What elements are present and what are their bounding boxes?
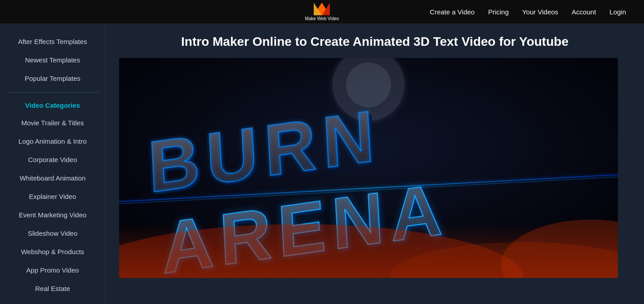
sidebar-item-explainer[interactable]: Explainer Video [0,187,105,206]
sidebar-category-title: Video Categories [0,97,105,114]
sidebar-item-event-marketing[interactable]: Event Marketing Video [0,206,105,224]
svg-point-26 [478,152,480,153]
svg-point-22 [209,147,209,148]
sidebar-item-whiteboard[interactable]: Whiteboard Animation [0,169,105,187]
sidebar-item-app-promo[interactable]: App Promo Video [0,261,105,279]
svg-point-23 [276,138,277,140]
logo-icon [314,3,330,15]
logo-text: Make Web Video [305,16,339,21]
sidebar-item-webshop[interactable]: Webshop & Products [0,242,105,261]
video-container[interactable]: BURN BURN BURN BURN ARENA ARENA ARENA [119,58,618,278]
sidebar-item-corporate[interactable]: Corporate Video [0,150,105,169]
svg-point-25 [411,143,412,144]
sidebar-item-real-estate[interactable]: Real Estate [0,279,105,298]
site-logo[interactable]: Make Web Video [305,3,339,21]
video-mockup: BURN BURN BURN BURN ARENA ARENA ARENA [119,58,618,278]
nav-account[interactable]: Account [572,8,596,16]
svg-point-27 [546,147,546,148]
nav-pricing[interactable]: Pricing [488,8,509,16]
sidebar-divider [7,92,98,93]
main-nav: Create a Video Pricing Your Videos Accou… [430,8,626,16]
page-title: Intro Maker Online to Create Animated 3D… [119,35,631,49]
sidebar-item-movie-trailer[interactable]: Movie Trailer & Titles [0,114,105,132]
sidebar-item-logo-animation[interactable]: Logo Animation & Intro [0,132,105,150]
sidebar: After Effects Templates Newest Templates… [0,23,106,304]
main-content: Intro Maker Online to Create Animated 3D… [106,23,644,304]
sidebar-item-after-effects[interactable]: After Effects Templates [0,32,105,51]
nav-login[interactable]: Login [609,8,626,16]
page-layout: After Effects Templates Newest Templates… [0,23,644,304]
nav-your-videos[interactable]: Your Videos [522,8,558,16]
sidebar-item-slideshow[interactable]: Slideshow Video [0,224,105,242]
sidebar-item-newest[interactable]: Newest Templates [0,51,105,69]
nav-create-video[interactable]: Create a Video [430,8,475,16]
video-bottom-glow [119,224,618,278]
sidebar-item-popular[interactable]: Popular Templates [0,69,105,88]
site-header: Make Web Video Create a Video Pricing Yo… [0,0,644,23]
sidebar-item-animated-text[interactable]: Animated Text Video [0,298,105,304]
svg-point-24 [343,156,344,157]
